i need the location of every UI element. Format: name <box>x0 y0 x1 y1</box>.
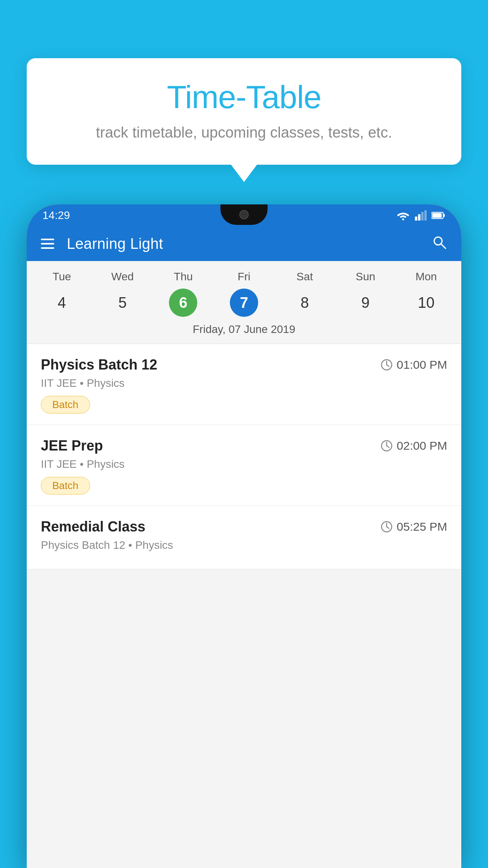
schedule-item-1-header: Physics Batch 12 01:00 PM <box>41 357 447 373</box>
schedule-item-2-tag: Batch <box>41 477 90 495</box>
schedule-item-1-title: Physics Batch 12 <box>41 357 157 373</box>
front-camera <box>239 210 249 219</box>
svg-rect-2 <box>418 214 420 221</box>
status-time: 14:29 <box>42 209 70 222</box>
day-4[interactable]: 4 <box>31 287 92 318</box>
schedule-item-2-title: JEE Prep <box>41 438 103 454</box>
schedule-item-3-sub: Physics Batch 12 • Physics <box>41 539 447 552</box>
status-icons <box>396 210 446 221</box>
svg-point-0 <box>402 219 404 221</box>
schedule-item-1-time: 01:00 PM <box>380 358 447 371</box>
schedule-item-2-sub: IIT JEE • Physics <box>41 458 447 471</box>
clock-icon-3 <box>380 520 393 533</box>
svg-line-12 <box>387 365 389 366</box>
svg-rect-1 <box>415 217 417 221</box>
svg-line-18 <box>387 527 389 528</box>
schedule-list: Physics Batch 12 01:00 PM IIT JEE • Phys… <box>27 344 461 569</box>
day-name-tue: Tue <box>31 270 92 287</box>
day-8[interactable]: 8 <box>274 287 335 318</box>
day-name-thu: Thu <box>153 270 214 287</box>
schedule-item-2-time: 02:00 PM <box>380 439 447 452</box>
selected-date-label: Friday, 07 June 2019 <box>27 318 461 344</box>
day-numbers-row: 4 5 6 7 8 9 10 <box>27 287 461 318</box>
day-10[interactable]: 10 <box>396 287 457 318</box>
schedule-item-3-title: Remedial Class <box>41 519 145 535</box>
schedule-item-3-header: Remedial Class 05:25 PM <box>41 519 447 535</box>
phone-screen: 14:29 <box>27 204 461 868</box>
tooltip-card: Time-Table track timetable, upcoming cla… <box>27 58 461 165</box>
calendar-strip: Tue Wed Thu Fri Sat Sun Mon 4 5 6 7 8 9 … <box>27 261 461 344</box>
schedule-item-1-sub: IIT JEE • Physics <box>41 377 447 390</box>
schedule-item-2[interactable]: JEE Prep 02:00 PM IIT JEE • Physics Batc… <box>27 425 461 506</box>
day-name-sun: Sun <box>335 270 396 287</box>
day-7-selected[interactable]: 7 <box>214 287 275 318</box>
day-names-row: Tue Wed Thu Fri Sat Sun Mon <box>27 270 461 287</box>
clock-icon-1 <box>380 359 393 371</box>
svg-line-9 <box>441 244 446 248</box>
app-title: Learning Light <box>67 235 419 252</box>
wifi-icon <box>396 210 410 221</box>
search-button[interactable] <box>431 234 447 254</box>
day-name-wed: Wed <box>92 270 153 287</box>
schedule-item-1-tag: Batch <box>41 396 90 414</box>
day-5[interactable]: 5 <box>92 287 153 318</box>
day-6-today[interactable]: 6 <box>153 287 214 318</box>
day-name-sat: Sat <box>274 270 335 287</box>
schedule-item-1[interactable]: Physics Batch 12 01:00 PM IIT JEE • Phys… <box>27 344 461 425</box>
svg-line-15 <box>387 446 389 447</box>
tooltip-title: Time-Table <box>50 79 438 116</box>
app-bar: Learning Light <box>27 226 461 261</box>
svg-rect-4 <box>424 210 427 221</box>
schedule-item-2-header: JEE Prep 02:00 PM <box>41 438 447 454</box>
signal-icon <box>415 210 427 221</box>
svg-rect-6 <box>443 214 445 217</box>
svg-rect-3 <box>421 212 424 221</box>
day-name-fri: Fri <box>214 270 275 287</box>
schedule-item-3-time: 05:25 PM <box>380 520 447 533</box>
tooltip-subtitle: track timetable, upcoming classes, tests… <box>50 124 438 141</box>
battery-icon <box>431 211 446 220</box>
hamburger-menu-button[interactable] <box>41 239 54 249</box>
clock-icon-2 <box>380 440 393 452</box>
svg-rect-7 <box>432 213 442 218</box>
notch <box>220 204 268 225</box>
day-9[interactable]: 9 <box>335 287 396 318</box>
schedule-item-3[interactable]: Remedial Class 05:25 PM Physics Batch 12… <box>27 506 461 569</box>
phone-frame: 14:29 <box>27 204 461 868</box>
day-name-mon: Mon <box>396 270 457 287</box>
